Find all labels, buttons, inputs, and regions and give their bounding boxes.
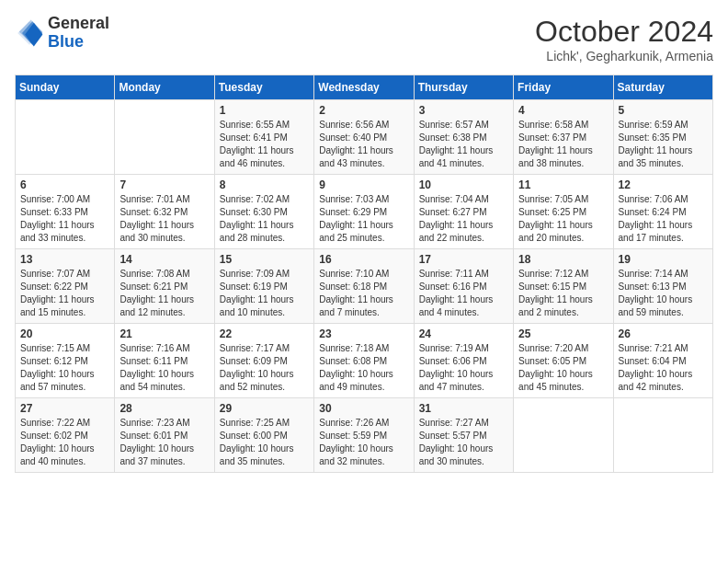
weekday-header-saturday: Saturday [613,75,712,100]
day-content: Sunrise: 7:26 AM Sunset: 5:59 PM Dayligh… [319,417,408,468]
day-content: Sunrise: 7:15 AM Sunset: 6:12 PM Dayligh… [20,342,109,394]
calendar-week-1: 1Sunrise: 6:55 AM Sunset: 6:41 PM Daylig… [16,100,713,175]
calendar-cell: 3Sunrise: 6:57 AM Sunset: 6:38 PM Daylig… [414,100,513,175]
day-number: 12 [619,178,708,191]
calendar-cell: 2Sunrise: 6:56 AM Sunset: 6:40 PM Daylig… [314,100,414,175]
day-number: 1 [220,104,309,117]
day-content: Sunrise: 6:58 AM Sunset: 6:37 PM Dayligh… [518,119,608,170]
day-content: Sunrise: 6:56 AM Sunset: 6:40 PM Dayligh… [319,119,408,170]
day-content: Sunrise: 7:27 AM Sunset: 5:57 PM Dayligh… [419,417,508,468]
day-content: Sunrise: 7:02 AM Sunset: 6:30 PM Dayligh… [220,193,309,245]
logo-general-text: General [48,14,109,32]
calendar-cell: 15Sunrise: 7:09 AM Sunset: 6:19 PM Dayli… [214,249,313,324]
calendar-cell [16,100,115,175]
calendar-cell: 4Sunrise: 6:58 AM Sunset: 6:37 PM Daylig… [514,100,613,175]
calendar-cell: 7Sunrise: 7:01 AM Sunset: 6:32 PM Daylig… [115,175,214,249]
day-content: Sunrise: 7:12 AM Sunset: 6:15 PM Dayligh… [518,268,608,319]
weekday-header-sunday: Sunday [16,75,115,100]
calendar-week-2: 6Sunrise: 7:00 AM Sunset: 6:33 PM Daylig… [16,175,713,249]
calendar-cell: 19Sunrise: 7:14 AM Sunset: 6:13 PM Dayli… [613,249,712,324]
calendar-cell: 5Sunrise: 6:59 AM Sunset: 6:35 PM Daylig… [613,100,712,175]
calendar-cell: 18Sunrise: 7:12 AM Sunset: 6:15 PM Dayli… [514,249,613,324]
day-number: 22 [220,327,309,340]
day-number: 15 [220,253,309,266]
calendar-week-3: 13Sunrise: 7:07 AM Sunset: 6:22 PM Dayli… [16,249,713,324]
day-number: 5 [619,104,708,117]
day-number: 23 [319,327,408,340]
day-number: 16 [319,253,408,266]
logo: General Blue [15,15,109,52]
day-content: Sunrise: 7:19 AM Sunset: 6:06 PM Dayligh… [419,342,508,394]
calendar-cell: 27Sunrise: 7:22 AM Sunset: 6:02 PM Dayli… [16,398,115,473]
calendar-cell: 20Sunrise: 7:15 AM Sunset: 6:12 PM Dayli… [16,324,115,398]
calendar-cell: 26Sunrise: 7:21 AM Sunset: 6:04 PM Dayli… [613,324,712,398]
day-number: 6 [20,178,109,191]
day-content: Sunrise: 7:00 AM Sunset: 6:33 PM Dayligh… [20,193,109,245]
day-content: Sunrise: 7:16 AM Sunset: 6:11 PM Dayligh… [119,342,209,394]
calendar-cell: 11Sunrise: 7:05 AM Sunset: 6:25 PM Dayli… [514,175,613,249]
calendar-cell: 24Sunrise: 7:19 AM Sunset: 6:06 PM Dayli… [414,324,513,398]
page-header: General Blue October 2024 Lichk', Geghar… [15,15,713,63]
day-number: 8 [220,178,309,191]
day-number: 29 [220,402,309,415]
calendar-week-5: 27Sunrise: 7:22 AM Sunset: 6:02 PM Dayli… [16,398,713,473]
calendar-cell: 21Sunrise: 7:16 AM Sunset: 6:11 PM Dayli… [115,324,214,398]
day-number: 30 [319,402,408,415]
location-subtitle: Lichk', Gegharkunik, Armenia [535,49,713,63]
day-number: 19 [619,253,708,266]
day-number: 11 [518,178,608,191]
logo-icon [15,18,44,48]
day-content: Sunrise: 7:08 AM Sunset: 6:21 PM Dayligh… [119,268,209,319]
logo-blue-text: Blue [48,32,84,51]
day-content: Sunrise: 7:01 AM Sunset: 6:32 PM Dayligh… [119,193,209,245]
calendar-cell: 14Sunrise: 7:08 AM Sunset: 6:21 PM Dayli… [115,249,214,324]
day-content: Sunrise: 7:07 AM Sunset: 6:22 PM Dayligh… [20,268,109,319]
weekday-header-thursday: Thursday [414,75,513,100]
day-number: 17 [419,253,508,266]
day-content: Sunrise: 7:05 AM Sunset: 6:25 PM Dayligh… [518,193,608,245]
day-content: Sunrise: 7:25 AM Sunset: 6:00 PM Dayligh… [220,417,309,468]
day-content: Sunrise: 7:09 AM Sunset: 6:19 PM Dayligh… [220,268,309,319]
day-content: Sunrise: 7:14 AM Sunset: 6:13 PM Dayligh… [619,268,708,319]
day-number: 25 [518,327,608,340]
calendar-cell: 12Sunrise: 7:06 AM Sunset: 6:24 PM Dayli… [613,175,712,249]
calendar-cell: 10Sunrise: 7:04 AM Sunset: 6:27 PM Dayli… [414,175,513,249]
calendar-cell: 29Sunrise: 7:25 AM Sunset: 6:00 PM Dayli… [214,398,313,473]
day-number: 3 [419,104,508,117]
calendar-cell: 30Sunrise: 7:26 AM Sunset: 5:59 PM Dayli… [314,398,414,473]
weekday-header-monday: Monday [115,75,214,100]
calendar-cell: 23Sunrise: 7:18 AM Sunset: 6:08 PM Dayli… [314,324,414,398]
day-number: 9 [319,178,408,191]
day-number: 27 [20,402,109,415]
calendar-cell [613,398,712,473]
day-content: Sunrise: 6:59 AM Sunset: 6:35 PM Dayligh… [619,119,708,170]
day-content: Sunrise: 7:20 AM Sunset: 6:05 PM Dayligh… [518,342,608,394]
calendar-cell: 1Sunrise: 6:55 AM Sunset: 6:41 PM Daylig… [214,100,313,175]
calendar-cell [115,100,214,175]
weekday-header-row: SundayMondayTuesdayWednesdayThursdayFrid… [16,75,713,100]
calendar-cell: 6Sunrise: 7:00 AM Sunset: 6:33 PM Daylig… [16,175,115,249]
calendar-cell: 17Sunrise: 7:11 AM Sunset: 6:16 PM Dayli… [414,249,513,324]
calendar-cell: 22Sunrise: 7:17 AM Sunset: 6:09 PM Dayli… [214,324,313,398]
title-block: October 2024 Lichk', Gegharkunik, Armeni… [535,15,713,63]
month-title: October 2024 [535,15,713,49]
day-number: 4 [518,104,608,117]
calendar-cell: 9Sunrise: 7:03 AM Sunset: 6:29 PM Daylig… [314,175,414,249]
day-content: Sunrise: 7:03 AM Sunset: 6:29 PM Dayligh… [319,193,408,245]
day-number: 10 [419,178,508,191]
calendar-week-4: 20Sunrise: 7:15 AM Sunset: 6:12 PM Dayli… [16,324,713,398]
calendar-cell: 28Sunrise: 7:23 AM Sunset: 6:01 PM Dayli… [115,398,214,473]
day-content: Sunrise: 7:23 AM Sunset: 6:01 PM Dayligh… [119,417,209,468]
weekday-header-tuesday: Tuesday [214,75,313,100]
day-content: Sunrise: 7:18 AM Sunset: 6:08 PM Dayligh… [319,342,408,394]
calendar-table: SundayMondayTuesdayWednesdayThursdayFrid… [15,75,713,473]
day-number: 31 [419,402,508,415]
day-content: Sunrise: 7:17 AM Sunset: 6:09 PM Dayligh… [220,342,309,394]
day-content: Sunrise: 7:11 AM Sunset: 6:16 PM Dayligh… [419,268,508,319]
day-content: Sunrise: 7:22 AM Sunset: 6:02 PM Dayligh… [20,417,109,468]
day-content: Sunrise: 6:55 AM Sunset: 6:41 PM Dayligh… [220,119,309,170]
day-number: 26 [619,327,708,340]
day-number: 18 [518,253,608,266]
day-content: Sunrise: 7:21 AM Sunset: 6:04 PM Dayligh… [619,342,708,394]
day-content: Sunrise: 7:04 AM Sunset: 6:27 PM Dayligh… [419,193,508,245]
